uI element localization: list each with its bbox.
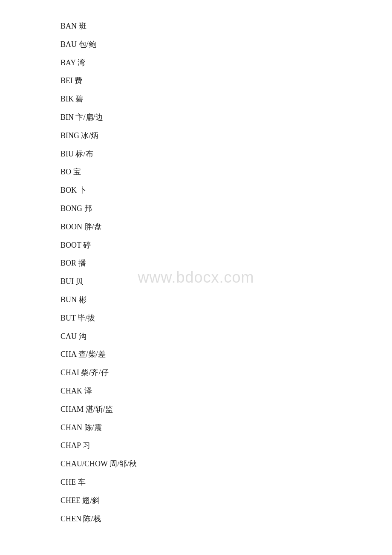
list-item: CHAK 泽 xyxy=(61,382,331,400)
list-item: BIN 卞/扁/边 xyxy=(61,108,331,127)
list-item: CHAN 陈/震 xyxy=(61,419,331,437)
list-item: BO 宝 xyxy=(61,163,331,181)
list-item: BAN 班 xyxy=(61,17,331,35)
list-item: BAY 湾 xyxy=(61,54,331,72)
list-item: BIK 碧 xyxy=(61,90,331,108)
list-item: BIU 标/布 xyxy=(61,145,331,163)
list-item: BUN 彬 xyxy=(61,291,331,309)
list-item: CHAP 习 xyxy=(61,436,331,455)
list-item: BUI 贝 xyxy=(61,272,331,291)
list-item: BING 冰/炳 xyxy=(61,127,331,145)
list-item: CHAI 柴/齐/仔 xyxy=(61,364,331,382)
list-item: BONG 邦 xyxy=(61,199,331,218)
list-item: BOOT 碠 xyxy=(61,236,331,254)
list-item: BOR 播 xyxy=(61,254,331,272)
list-item: CHEE 翅/斜 xyxy=(61,491,331,510)
list-item: CHA 查/柴/差 xyxy=(61,345,331,364)
list-item: BAU 包/鲍 xyxy=(61,35,331,54)
list-item: BEI 费 xyxy=(61,72,331,90)
list-item: CHE 车 xyxy=(61,473,331,491)
list-item: CAU 沟 xyxy=(61,327,331,346)
entry-list: BAN 班BAU 包/鲍BAY 湾BEI 费BIK 碧BIN 卞/扁/边BING… xyxy=(61,17,331,528)
list-item: BUT 毕/拔 xyxy=(61,309,331,327)
list-item: CHEN 陈/栈 xyxy=(61,510,331,528)
list-item: CHAM 湛/斩/监 xyxy=(61,400,331,419)
list-item: BOON 胖/盘 xyxy=(61,218,331,236)
list-item: BOK 卜 xyxy=(61,181,331,199)
list-item: CHAU/CHOW 周/邹/秋 xyxy=(61,455,331,473)
